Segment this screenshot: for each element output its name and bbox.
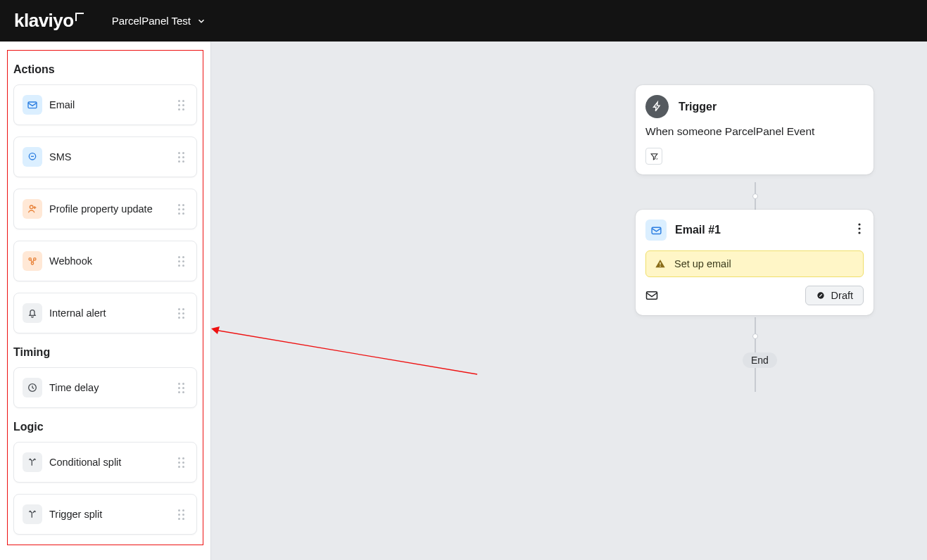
svg-point-10 — [858, 231, 860, 234]
split-icon — [23, 452, 42, 472]
action-label: Time delay — [49, 382, 178, 393]
logo-mark-icon — [75, 13, 84, 21]
annotation-highlight-box: Actions Email SMS Profile propert — [7, 50, 203, 545]
klaviyo-logo: klaviyo — [14, 10, 84, 32]
drag-handle-icon[interactable] — [178, 204, 188, 215]
warning-text: Set up email — [674, 258, 731, 269]
svg-rect-11 — [660, 262, 660, 265]
action-card-conditional-split[interactable]: Conditional split — [13, 442, 197, 483]
drag-handle-icon[interactable] — [178, 152, 188, 163]
bell-icon — [23, 303, 42, 323]
svg-point-9 — [858, 227, 860, 229]
profile-icon — [23, 199, 42, 219]
svg-rect-12 — [660, 266, 660, 267]
draft-label: Draft — [831, 290, 853, 301]
section-label-logic: Logic — [13, 421, 197, 433]
clock-icon — [23, 378, 42, 397]
svg-rect-7 — [652, 227, 661, 234]
drag-handle-icon[interactable] — [178, 509, 188, 520]
bolt-icon — [645, 95, 669, 118]
svg-rect-13 — [647, 292, 657, 300]
setup-email-warning[interactable]: Set up email — [645, 250, 864, 277]
action-label: Profile property update — [49, 203, 178, 215]
svg-rect-0 — [28, 102, 37, 108]
more-menu-button[interactable] — [855, 220, 864, 240]
action-card-email[interactable]: Email — [13, 84, 197, 125]
drag-handle-icon[interactable] — [178, 383, 188, 393]
trigger-title: Trigger — [679, 101, 717, 113]
app-header: klaviyo ParcelPanel Test — [0, 0, 927, 42]
drag-handle-icon[interactable] — [178, 457, 188, 468]
account-name: ParcelPanel Test — [112, 15, 191, 27]
annotation-arrow — [211, 326, 479, 379]
envelope-icon — [645, 291, 658, 300]
split-icon — [23, 504, 42, 524]
end-chip: End — [743, 352, 777, 368]
action-label: SMS — [49, 151, 178, 163]
action-label: Trigger split — [49, 509, 178, 520]
drag-handle-icon[interactable] — [178, 308, 188, 319]
flow-canvas[interactable]: Trigger When someone ParcelPanel Event E… — [211, 42, 927, 560]
trigger-node[interactable]: Trigger When someone ParcelPanel Event — [636, 85, 874, 174]
action-card-time-delay[interactable]: Time delay — [13, 367, 197, 408]
trigger-description: When someone ParcelPanel Event — [645, 125, 864, 138]
drag-handle-icon[interactable] — [178, 100, 188, 110]
draft-dot-icon — [816, 291, 826, 300]
filter-icon[interactable] — [645, 148, 662, 165]
connector-dot[interactable] — [752, 333, 758, 339]
more-vertical-icon — [858, 223, 861, 234]
section-label-timing: Timing — [13, 346, 197, 359]
sms-icon — [23, 147, 42, 167]
svg-point-2 — [30, 205, 33, 209]
svg-marker-16 — [211, 326, 220, 334]
action-card-sms[interactable]: SMS — [13, 136, 197, 177]
actions-sidebar: Actions Email SMS Profile propert — [0, 42, 211, 560]
action-card-profile-update[interactable]: Profile property update — [13, 189, 197, 229]
action-card-trigger-split[interactable]: Trigger split — [13, 494, 197, 535]
account-switcher[interactable]: ParcelPanel Test — [112, 15, 206, 27]
action-label: Webhook — [49, 255, 178, 267]
action-card-webhook[interactable]: Webhook — [13, 241, 197, 281]
svg-point-8 — [858, 223, 860, 225]
section-label-actions: Actions — [13, 63, 197, 76]
email-icon — [645, 219, 667, 241]
action-label: Internal alert — [49, 307, 178, 319]
action-card-internal-alert[interactable]: Internal alert — [13, 293, 197, 333]
logo-text: klaviyo — [14, 10, 74, 32]
action-label: Email — [49, 99, 178, 110]
warning-icon — [655, 258, 666, 269]
connector-dot[interactable] — [752, 193, 758, 199]
webhook-icon — [23, 251, 42, 271]
action-label: Conditional split — [49, 457, 178, 468]
email-node-title: Email #1 — [675, 224, 847, 236]
svg-line-15 — [215, 330, 477, 374]
email-icon — [23, 95, 42, 115]
email-node[interactable]: Email #1 Set up email Draft — [636, 210, 874, 315]
draft-status-button[interactable]: Draft — [805, 286, 864, 305]
chevron-down-icon — [196, 16, 206, 26]
drag-handle-icon[interactable] — [178, 256, 188, 267]
